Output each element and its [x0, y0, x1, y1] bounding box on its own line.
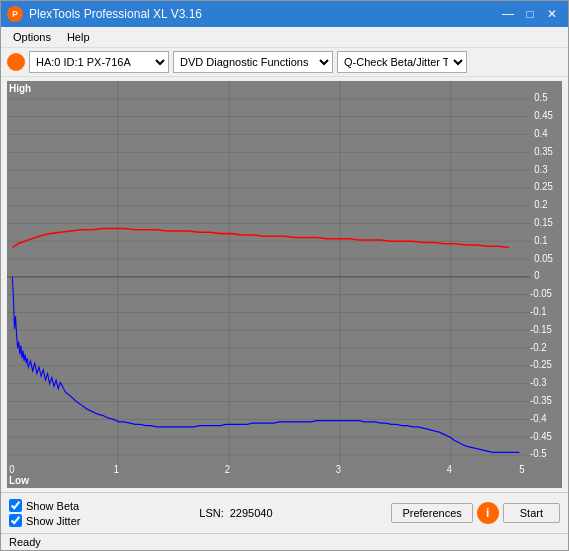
info-button[interactable]: i	[477, 502, 499, 524]
svg-text:0.5: 0.5	[534, 91, 547, 104]
chart-svg: 0.5 0.45 0.4 0.35 0.3 0.25 0.2 0.15 0.1 …	[7, 81, 562, 488]
lsn-label: LSN:	[199, 507, 223, 519]
show-jitter-label: Show Jitter	[26, 515, 80, 527]
svg-text:-0.15: -0.15	[530, 322, 552, 335]
toolbar: HA:0 ID:1 PX-716A DVD Diagnostic Functio…	[1, 48, 568, 77]
function-select[interactable]: DVD Diagnostic Functions	[173, 51, 333, 73]
svg-text:0.45: 0.45	[534, 108, 553, 121]
svg-text:0.05: 0.05	[534, 251, 553, 264]
show-beta-label: Show Beta	[26, 500, 79, 512]
status-bar: Ready	[1, 533, 568, 550]
window-title: PlexTools Professional XL V3.16	[29, 7, 202, 21]
maximize-button[interactable]: □	[520, 5, 540, 23]
svg-text:-0.35: -0.35	[530, 393, 552, 406]
bottom-panel: Show Beta Show Jitter LSN: 2295040 Prefe…	[1, 492, 568, 533]
svg-text:0.1: 0.1	[534, 233, 547, 246]
svg-text:2: 2	[225, 462, 230, 475]
svg-text:0.35: 0.35	[534, 144, 553, 157]
main-window: P PlexTools Professional XL V3.16 — □ ✕ …	[0, 0, 569, 551]
checkboxes-area: Show Beta Show Jitter	[9, 499, 80, 527]
drive-icon	[7, 53, 25, 71]
svg-text:-0.5: -0.5	[530, 447, 547, 460]
svg-text:0.15: 0.15	[534, 215, 553, 228]
title-bar: P PlexTools Professional XL V3.16 — □ ✕	[1, 1, 568, 27]
svg-text:3: 3	[336, 462, 341, 475]
menu-help[interactable]: Help	[59, 29, 98, 45]
svg-text:-0.1: -0.1	[530, 304, 547, 317]
svg-text:1: 1	[114, 462, 119, 475]
right-buttons: Preferences i Start	[391, 502, 560, 524]
lsn-value: 2295040	[230, 507, 273, 519]
show-jitter-checkbox[interactable]	[9, 514, 22, 527]
menu-options[interactable]: Options	[5, 29, 59, 45]
svg-text:-0.45: -0.45	[530, 429, 552, 442]
svg-text:5: 5	[519, 462, 524, 475]
svg-text:-0.4: -0.4	[530, 411, 547, 424]
status-text: Ready	[9, 536, 41, 548]
svg-text:0.4: 0.4	[534, 126, 547, 139]
bottom-controls: Show Beta Show Jitter LSN: 2295040 Prefe…	[9, 497, 560, 529]
start-button[interactable]: Start	[503, 503, 560, 523]
svg-text:-0.05: -0.05	[530, 286, 552, 299]
svg-text:-0.3: -0.3	[530, 375, 547, 388]
test-select[interactable]: Q-Check Beta/Jitter Test	[337, 51, 467, 73]
app-icon: P	[7, 6, 23, 22]
preferences-button[interactable]: Preferences	[391, 503, 472, 523]
show-beta-checkbox[interactable]	[9, 499, 22, 512]
svg-text:0.25: 0.25	[534, 180, 553, 193]
svg-text:0.2: 0.2	[534, 197, 547, 210]
close-button[interactable]: ✕	[542, 5, 562, 23]
svg-text:4: 4	[447, 462, 452, 475]
title-controls: — □ ✕	[498, 5, 562, 23]
drive-select[interactable]: HA:0 ID:1 PX-716A	[29, 51, 169, 73]
svg-text:0.3: 0.3	[534, 162, 547, 175]
chart-area: High Low	[7, 81, 562, 488]
svg-text:-0.2: -0.2	[530, 340, 547, 353]
show-beta-row: Show Beta	[9, 499, 80, 512]
menu-bar: Options Help	[1, 27, 568, 48]
minimize-button[interactable]: —	[498, 5, 518, 23]
svg-text:-0.25: -0.25	[530, 358, 552, 371]
svg-text:0: 0	[9, 462, 14, 475]
show-jitter-row: Show Jitter	[9, 514, 80, 527]
svg-text:0: 0	[534, 269, 539, 282]
lsn-area: LSN: 2295040	[199, 507, 272, 519]
title-bar-left: P PlexTools Professional XL V3.16	[7, 6, 202, 22]
